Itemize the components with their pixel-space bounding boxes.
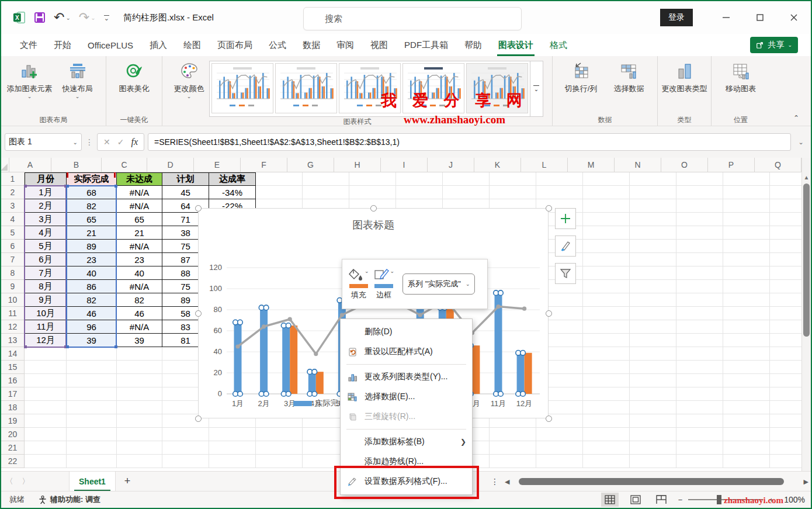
cell-N6[interactable] [630, 240, 676, 253]
cell-O1[interactable] [676, 172, 723, 186]
zoom-slider[interactable] [688, 499, 763, 500]
cell-P17[interactable] [723, 387, 770, 401]
row-header-8[interactable]: 8 [1, 266, 25, 280]
chart-resize-handle[interactable] [195, 415, 202, 422]
cell-Q18[interactable] [770, 401, 801, 414]
cell-Q12[interactable] [770, 320, 801, 334]
cell-C22[interactable] [117, 455, 162, 468]
chart-resize-handle[interactable] [546, 310, 552, 317]
cell-M9[interactable] [583, 280, 630, 293]
close-button[interactable] [777, 1, 811, 34]
cell-C13[interactable]: 39 [117, 334, 162, 347]
row-header-16[interactable]: 16 [1, 374, 25, 387]
cell-I2[interactable] [396, 186, 443, 199]
cell-C16[interactable] [117, 374, 162, 387]
cell-O2[interactable] [676, 186, 723, 199]
cell-D2[interactable]: 45 [162, 186, 209, 199]
cell-B14[interactable] [67, 347, 117, 361]
gallery-more-button[interactable]: ⌄ [530, 61, 543, 116]
cell-C3[interactable]: #N/A [117, 199, 162, 213]
page-layout-view-button[interactable] [627, 493, 644, 507]
horizontal-scrollbar[interactable]: ◀ ▶ [505, 475, 808, 489]
cell-Q3[interactable] [770, 199, 801, 213]
column-header-E[interactable]: E [194, 158, 241, 172]
cell-M13[interactable] [583, 334, 630, 347]
cell-C7[interactable]: 23 [117, 253, 162, 266]
namebox-splitter[interactable]: ⋮ [85, 137, 93, 147]
enter-button[interactable]: ✓ [117, 137, 124, 147]
cell-Q16[interactable] [770, 374, 801, 387]
row-header-2[interactable]: 2 [1, 186, 25, 199]
cell-A5[interactable]: 4月 [25, 226, 67, 240]
fill-color-button[interactable]: ⌄ 填充 [348, 268, 369, 300]
cell-I1[interactable] [396, 172, 443, 186]
save-button[interactable] [34, 12, 46, 23]
cell-P10[interactable] [723, 293, 770, 307]
cell-Q17[interactable] [770, 387, 801, 401]
cell-Q9[interactable] [770, 280, 801, 293]
cell-G1[interactable] [303, 172, 349, 186]
series-selector-dropdown[interactable]: 系列 "实际完成" ⌄ [402, 273, 475, 295]
cell-B10[interactable]: 82 [67, 293, 117, 307]
cell-Q22[interactable] [770, 455, 801, 468]
cell-C15[interactable] [117, 361, 162, 374]
cell-B8[interactable]: 40 [67, 266, 117, 280]
range-corner-handle[interactable] [66, 345, 69, 348]
search-input[interactable]: 搜索 [303, 7, 522, 30]
change-colors-button[interactable]: 更改颜色 ⌄ [172, 58, 207, 99]
menu-item-7[interactable]: 添加数据标签(B)❯ [341, 432, 472, 452]
cell-P12[interactable] [723, 320, 770, 334]
cell-A18[interactable] [25, 401, 67, 414]
cell-M10[interactable] [583, 293, 630, 307]
scrollbar-splitter[interactable]: ⋮ [491, 477, 499, 486]
cell-P13[interactable] [723, 334, 770, 347]
cell-C21[interactable] [117, 441, 162, 455]
normal-view-button[interactable] [601, 493, 619, 507]
cell-B5[interactable]: 21 [67, 226, 117, 240]
cell-A12[interactable]: 11月 [25, 320, 67, 334]
cell-A6[interactable]: 5月 [25, 240, 67, 253]
cell-C18[interactable] [117, 401, 162, 414]
cell-C19[interactable] [117, 414, 162, 428]
cell-B12[interactable]: 96 [67, 320, 117, 334]
cell-C9[interactable]: #N/A [117, 280, 162, 293]
cell-Q14[interactable] [770, 347, 801, 361]
scroll-left-icon[interactable]: ◀ [505, 478, 509, 486]
share-button[interactable]: 共享 ⌄ [750, 37, 798, 53]
quick-layout-button[interactable]: 快速布局 ⌄ [54, 58, 102, 99]
select-data-button[interactable]: 选择数据 [605, 58, 653, 94]
cell-B4[interactable]: 65 [67, 213, 117, 226]
cell-M1[interactable] [583, 172, 630, 186]
vertical-scrollbar[interactable]: ▲ [801, 158, 811, 471]
cell-G2[interactable] [303, 186, 349, 199]
cell-A7[interactable]: 6月 [25, 253, 67, 266]
cell-A3[interactable]: 2月 [25, 199, 67, 213]
cell-O15[interactable] [676, 361, 723, 374]
cell-B20[interactable] [67, 428, 117, 441]
chart-style-thumbnail-1[interactable] [211, 63, 273, 113]
cell-O22[interactable] [676, 455, 723, 468]
column-header-O[interactable]: O [661, 158, 708, 172]
cell-P14[interactable] [723, 347, 770, 361]
cell-B21[interactable] [67, 441, 117, 455]
chart-filters-button[interactable] [555, 263, 576, 284]
tab-6[interactable]: 公式 [261, 34, 294, 56]
column-header-A[interactable]: A [9, 158, 51, 172]
cell-D1[interactable]: 计划 [162, 172, 209, 186]
range-corner-handle[interactable] [114, 345, 117, 348]
move-chart-button[interactable]: 移动图表 [717, 58, 765, 94]
next-sheet-button[interactable]: 〉 [18, 476, 34, 487]
sheet-tab-sheet1[interactable]: Sheet1 [69, 472, 116, 491]
menu-item-4[interactable]: 选择数据(E)... [341, 387, 472, 407]
cell-M4[interactable] [583, 213, 630, 226]
cell-B2[interactable]: 68 [67, 186, 117, 199]
cell-O6[interactable] [676, 240, 723, 253]
accessibility-status[interactable]: 辅助功能: 调查 [39, 494, 100, 505]
cell-E1[interactable]: 达成率 [209, 172, 256, 186]
cell-A14[interactable] [25, 347, 67, 361]
cell-B13[interactable]: 39 [67, 334, 117, 347]
cell-O4[interactable] [676, 213, 723, 226]
column-header-G[interactable]: G [287, 158, 334, 172]
horizontal-scroll-thumb[interactable] [519, 478, 783, 485]
column-header-Q[interactable]: Q [755, 158, 801, 172]
